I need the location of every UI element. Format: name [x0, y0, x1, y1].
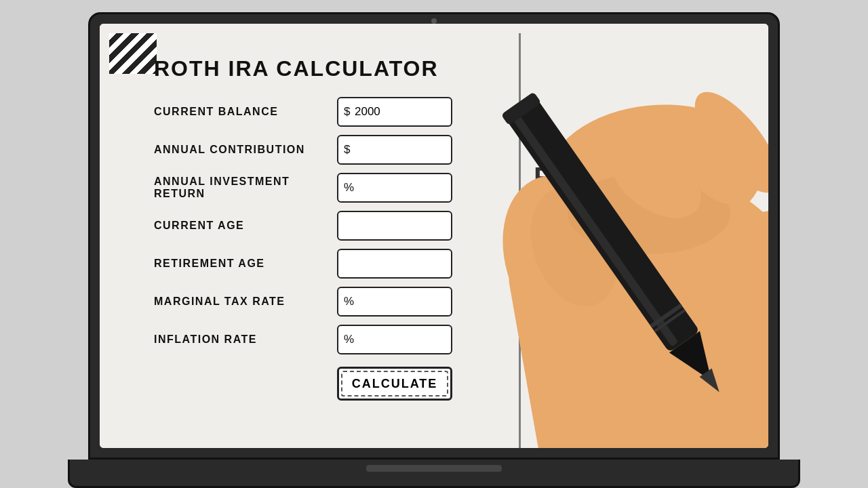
webcam-dot — [431, 18, 437, 24]
label-current-age: CURRENT AGE — [154, 220, 337, 232]
right-text-line1: FIRS — [534, 159, 644, 197]
divider-line — [519, 33, 521, 448]
label-annual-contribution: ANNUAL CONTRIBUTION — [154, 144, 337, 156]
input-wrapper-inflation-rate: % — [337, 325, 452, 354]
pen-stylus — [501, 92, 736, 403]
input-wrapper-marginal-tax-rate: % — [337, 287, 452, 317]
form-row-inflation-rate: INFLATION RATE % — [154, 325, 507, 354]
form-row-marginal-tax-rate: MARGINAL TAX RATE % — [154, 287, 507, 317]
input-wrapper-retirement-age — [337, 249, 452, 279]
label-inflation-rate: INFLATION RATE — [154, 333, 337, 346]
svg-marker-7 — [669, 331, 727, 392]
input-current-age[interactable] — [337, 211, 452, 241]
laptop-trackpad — [366, 465, 502, 472]
label-marginal-tax-rate: MARGINAL TAX RATE — [154, 296, 337, 308]
laptop-base — [68, 460, 800, 488]
right-panel-text: FIRS YOUR C — [534, 159, 644, 233]
right-text-line2: YOUR C — [534, 197, 644, 234]
input-inflation-rate[interactable] — [337, 325, 452, 354]
input-wrapper-current-balance: $ — [337, 97, 452, 127]
svg-rect-3 — [505, 201, 768, 448]
input-current-balance[interactable] — [337, 97, 452, 127]
svg-marker-8 — [700, 368, 726, 396]
svg-point-14 — [680, 79, 768, 205]
svg-rect-11 — [650, 304, 682, 328]
form-row-annual-contribution: ANNUAL CONTRIBUTION $ — [154, 135, 507, 165]
svg-rect-10 — [501, 92, 542, 125]
input-wrapper-current-age — [337, 211, 452, 241]
label-retirement-age: RETIREMENT AGE — [154, 258, 337, 270]
input-annual-contribution[interactable] — [337, 135, 452, 165]
label-current-balance: CURRENT BALANCE — [154, 106, 337, 118]
stripes-accent — [109, 33, 157, 74]
laptop-shell: ROTH IRA CALCULATOR FIRS YOUR C CURRENT … — [88, 12, 780, 460]
input-marginal-tax-rate[interactable] — [337, 287, 452, 317]
screen-content: ROTH IRA CALCULATOR FIRS YOUR C CURRENT … — [100, 24, 768, 448]
hand-shape — [480, 96, 768, 448]
form-row-current-balance: CURRENT BALANCE $ — [154, 97, 507, 127]
form-row-annual-investment-return: ANNUAL INVESTMENT RETURN % — [154, 173, 507, 203]
calculate-button[interactable]: CALCULATE — [337, 367, 452, 401]
app-title: ROTH IRA CALCULATOR — [154, 56, 439, 81]
input-wrapper-annual-contribution: $ — [337, 135, 452, 165]
input-annual-investment-return[interactable] — [337, 173, 452, 203]
input-wrapper-annual-investment-return: % — [337, 173, 452, 203]
calculator-form: CURRENT BALANCE $ ANNUAL CONTRIBUTION $ — [154, 97, 507, 401]
form-row-current-age: CURRENT AGE — [154, 211, 507, 241]
input-retirement-age[interactable] — [337, 249, 452, 279]
svg-point-13 — [648, 95, 760, 218]
screen-bezel: ROTH IRA CALCULATOR FIRS YOUR C CURRENT … — [100, 24, 768, 448]
svg-rect-12 — [654, 309, 686, 333]
form-row-retirement-age: RETIREMENT AGE — [154, 249, 507, 279]
label-annual-investment-return: ANNUAL INVESTMENT RETURN — [154, 176, 337, 200]
